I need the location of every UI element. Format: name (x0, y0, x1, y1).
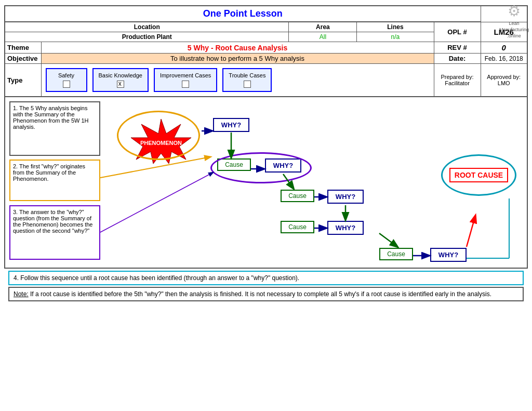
type-boxes-cell: Safety Basic Knowledge Improvement Cases… (41, 64, 434, 97)
svg-line-9 (379, 233, 397, 247)
why-box-1: WHY? (213, 118, 249, 132)
main-table: One Point Lesson Location Area Lines OPL… (4, 5, 528, 97)
approved-cell: Approved by: LMO (481, 64, 527, 97)
svg-text:PHENOMENON: PHENOMENON (140, 140, 182, 146)
note-box-1: 4. Follow this sequence until a root cau… (8, 271, 524, 285)
prepared-cell: Prepared by: Facilitator (434, 64, 481, 97)
title-cell: One Point Lesson (5, 6, 481, 22)
cause-box-4: Cause (379, 248, 413, 260)
cause-box-2: Cause (281, 190, 314, 202)
title-row: One Point Lesson (5, 6, 527, 22)
root-cause-oval: ROOT CAUSE (441, 154, 516, 196)
opl-label: OPL # (434, 22, 481, 42)
type-basic-knowledge-checkbox[interactable] (117, 81, 124, 88)
approved-label: Approved by: (487, 74, 521, 80)
type-improvement-cases: Improvement Cases (154, 68, 217, 92)
logo: ⚙ Lean Manufacturing .online (499, 2, 529, 39)
rev-label: REV # (434, 42, 481, 54)
type-improvement-cases-label: Improvement Cases (160, 72, 211, 78)
type-basic-knowledge-label: Basic Knowledge (99, 72, 142, 78)
why-box-3: WHY? (327, 190, 364, 204)
note-underline: Note: (14, 290, 29, 298)
note-box-2: Note: If a root cause is identified befo… (8, 287, 524, 301)
date-value: Feb. 16, 2018 (481, 54, 527, 64)
location-value: Production Plant (5, 32, 289, 42)
note1-text: 4. Follow this sequence until a root cau… (14, 274, 299, 282)
text-box-2: 2. The first "why?" originates from the … (9, 160, 100, 201)
prepared-value: Facilitator (445, 80, 470, 86)
gear-icon: ⚙ (499, 2, 529, 21)
prepared-label: Prepared by: (441, 74, 474, 80)
location-label: Location (5, 22, 289, 32)
cause-box-1: Cause (217, 158, 251, 171)
objective-value: To illustrate how to perform a 5 Why ana… (41, 54, 434, 64)
type-label: Type (5, 64, 41, 97)
theme-row: Theme 5 Why - Root Cause Analysis REV # … (5, 42, 527, 54)
lines-label: Lines (357, 22, 434, 32)
type-row: Type Safety Basic Knowledge Improvement … (5, 64, 527, 97)
header-row-1: Location Area Lines OPL # LM26 (5, 22, 527, 32)
page-title: One Point Lesson (203, 8, 283, 19)
page: ⚙ Lean Manufacturing .online One Point L… (0, 0, 532, 411)
lines-value: n/a (357, 32, 434, 42)
text-box-1: 1. The 5 Why analysis begins with the Su… (9, 101, 100, 156)
area-value: All (289, 32, 357, 42)
note2-text: Note: If a root cause is identified befo… (14, 290, 491, 298)
logo-text: Lean Manufacturing .online (499, 21, 529, 39)
theme-value: 5 Why - Root Cause Analysis (41, 42, 434, 54)
why-box-5: WHY? (430, 248, 467, 262)
svg-line-5 (283, 174, 294, 189)
type-trouble-cases-label: Trouble Cases (229, 72, 265, 78)
text3: 3. The answer to the "why?" question (fr… (13, 209, 93, 234)
svg-line-15 (100, 173, 213, 232)
text1: 1. The 5 Why analysis begins with the Su… (13, 105, 89, 130)
why-box-4: WHY? (327, 221, 364, 235)
root-cause-text: ROOT CAUSE (449, 168, 508, 182)
objective-row: Objective To illustrate how to perform a… (5, 54, 527, 64)
type-improvement-checkbox[interactable] (182, 81, 189, 88)
type-safety-checkbox[interactable] (63, 81, 70, 88)
text2: 2. The first "why?" originates from the … (13, 163, 85, 182)
type-safety: Safety (46, 68, 87, 92)
theme-label: Theme (5, 42, 41, 54)
svg-line-11 (467, 216, 475, 247)
type-safety-label: Safety (58, 72, 74, 78)
type-trouble-checkbox[interactable] (244, 81, 251, 88)
starburst: PHENOMENON (125, 118, 197, 167)
type-trouble-cases: Trouble Cases (222, 68, 272, 92)
area-label: Area (289, 22, 357, 32)
text-box-3: 3. The answer to the "why?" question (fr… (9, 205, 100, 260)
date-label: Date: (434, 54, 481, 64)
diagram-area: 1. The 5 Why analysis begins with the Su… (4, 97, 528, 269)
type-boxes: Safety Basic Knowledge Improvement Cases… (46, 66, 430, 94)
cause-box-3: Cause (281, 221, 314, 233)
type-basic-knowledge: Basic Knowledge (92, 68, 149, 92)
why-box-2: WHY? (265, 158, 301, 173)
approved-value: LMO (498, 80, 510, 86)
objective-label: Objective (5, 54, 41, 64)
rev-value: 0 (481, 42, 527, 54)
